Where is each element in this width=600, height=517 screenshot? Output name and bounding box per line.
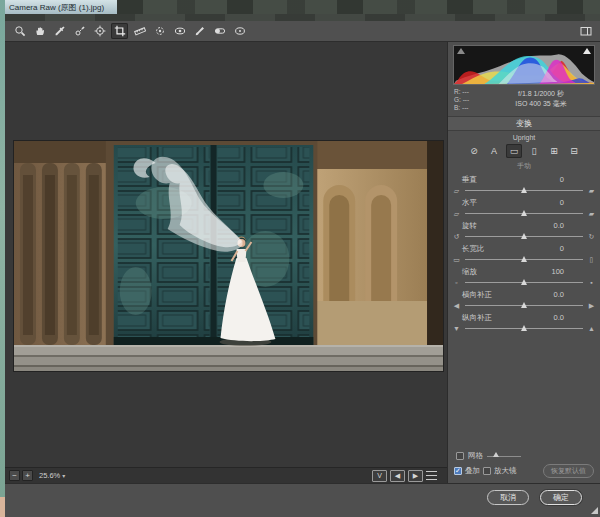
preview-toggle-badge[interactable]: V xyxy=(372,470,387,482)
upright-guided[interactable]: ⊟ xyxy=(566,144,582,158)
toolbar xyxy=(5,21,600,42)
zoom-in-button[interactable]: + xyxy=(22,470,33,481)
slider-label: 长宽比 xyxy=(462,244,485,254)
transform-sliders: 垂直 0 ▱ ▰ 水平 0 ▱ ▰ 旋转 0.0 ↺ xyxy=(448,175,600,336)
manual-section-label: 手动 xyxy=(448,161,600,171)
panel-title: 变换 xyxy=(448,116,600,131)
slider-value: 0.0 xyxy=(554,221,564,231)
x-offset-slider: 横向补正 0.0 ◀ ▶ xyxy=(448,290,600,313)
straighten-tool[interactable] xyxy=(131,23,148,39)
slider-left-icon: ▱ xyxy=(451,186,462,196)
titlebar[interactable]: Camera Raw (原图 (1).jpg) xyxy=(5,0,600,14)
screen: Camera Raw (原图 (1).jpg) xyxy=(0,0,600,517)
camera-raw-dialog: Camera Raw (原图 (1).jpg) xyxy=(5,0,600,517)
slider-left-icon: ↺ xyxy=(451,232,462,242)
eyedropper-icon xyxy=(54,25,66,37)
preview-controls: V ◀ ▶ xyxy=(372,470,443,482)
highlight-clipping-icon[interactable] xyxy=(583,48,591,54)
upright-off[interactable]: ⊘ xyxy=(466,144,482,158)
grid-size-slider[interactable] xyxy=(487,452,521,460)
redeye-icon xyxy=(174,25,186,37)
image-status-bar: − + 25.6% ▾ V ◀ ▶ xyxy=(5,467,447,483)
slider-value: 0 xyxy=(560,244,564,254)
gradient-icon xyxy=(214,25,226,37)
grid-checkbox[interactable] xyxy=(456,452,464,460)
slider-track[interactable] xyxy=(465,278,583,287)
slider-thumb[interactable] xyxy=(521,302,527,308)
resize-grip[interactable] xyxy=(591,507,598,514)
histogram[interactable] xyxy=(453,45,595,85)
radial-filter-tool[interactable] xyxy=(231,23,248,39)
aspect-slider: 长宽比 0 ▭ ▯ xyxy=(448,244,600,267)
upright-level[interactable]: ▭ xyxy=(506,144,522,158)
slider-track[interactable] xyxy=(465,301,583,310)
slider-track[interactable] xyxy=(465,186,583,195)
slider-label: 水平 xyxy=(462,198,477,208)
dialog-content: − + 25.6% ▾ V ◀ ▶ xyxy=(5,42,600,483)
upright-auto[interactable]: A xyxy=(486,144,502,158)
overlay-checkbox[interactable]: ✓ xyxy=(454,467,462,475)
slider-track[interactable] xyxy=(465,324,583,333)
targeted-adjustment-tool[interactable] xyxy=(91,23,108,39)
straighten-icon xyxy=(134,25,146,37)
crop-tool[interactable] xyxy=(111,23,128,39)
capture-settings: f/1.8 1/2000 秒 ISO 400 35 毫米 xyxy=(488,88,594,112)
grid-size-thumb[interactable] xyxy=(493,452,499,457)
y-offset-slider: 纵向补正 0.0 ▼ ▲ xyxy=(448,313,600,336)
zoom-out-button[interactable]: − xyxy=(9,470,20,481)
slider-left-icon: ▼ xyxy=(451,324,462,334)
cancel-button[interactable]: 取消 xyxy=(487,490,529,505)
image-preview-area[interactable]: − + 25.6% ▾ V ◀ ▶ xyxy=(5,42,447,483)
vertical-slider: 垂直 0 ▱ ▰ xyxy=(448,175,600,198)
slider-value: 100 xyxy=(551,267,564,277)
slider-right-icon: ▲ xyxy=(586,324,597,334)
slider-left-icon: ▱ xyxy=(451,209,462,219)
photo-preview xyxy=(14,141,443,371)
overlay-label: 叠加 xyxy=(465,466,480,476)
reset-defaults-button[interactable]: 恢复默认值 xyxy=(543,464,594,478)
ok-button[interactable]: 确定 xyxy=(540,490,582,505)
slider-thumb[interactable] xyxy=(521,187,527,193)
loupe-checkbox[interactable] xyxy=(483,467,491,475)
slider-right-icon: ▯ xyxy=(586,255,597,265)
hand-icon xyxy=(34,25,46,37)
slider-track[interactable] xyxy=(465,209,583,218)
zoom-icon xyxy=(14,25,26,37)
tool-group xyxy=(11,23,248,39)
next-view-button[interactable]: ▶ xyxy=(408,470,423,482)
prev-view-button[interactable]: ◀ xyxy=(390,470,405,482)
red-eye-tool[interactable] xyxy=(171,23,188,39)
chevron-down-icon: ▾ xyxy=(62,472,65,479)
stone-steps xyxy=(14,345,443,371)
slider-thumb[interactable] xyxy=(521,233,527,239)
shadow-clipping-icon[interactable] xyxy=(457,48,465,54)
toggle-panels-icon[interactable] xyxy=(577,23,594,39)
slider-label: 纵向补正 xyxy=(462,313,492,323)
slider-track[interactable] xyxy=(465,255,583,264)
slider-thumb[interactable] xyxy=(521,279,527,285)
hand-tool[interactable] xyxy=(31,23,48,39)
right-stone-wall xyxy=(313,141,443,371)
slider-thumb[interactable] xyxy=(521,256,527,262)
graduated-filter-tool[interactable] xyxy=(211,23,228,39)
upright-mode-group: ⊘A▭▯⊞⊟ xyxy=(448,144,600,158)
adjustment-brush-tool[interactable] xyxy=(191,23,208,39)
white-balance-tool[interactable] xyxy=(51,23,68,39)
preview-menu-icon[interactable] xyxy=(426,471,437,480)
spot-removal-tool[interactable] xyxy=(151,23,168,39)
adjustments-panel: R: --- G: --- B: --- f/1.8 1/2000 秒 ISO … xyxy=(447,42,600,483)
zoom-level-select[interactable]: 25.6% xyxy=(39,471,60,480)
grid-label: 网格 xyxy=(468,451,483,461)
upright-label: Upright xyxy=(448,134,600,141)
slider-left-icon: ▫ xyxy=(451,278,462,288)
slider-thumb[interactable] xyxy=(521,210,527,216)
slider-track[interactable] xyxy=(465,232,583,241)
slider-label: 旋转 xyxy=(462,221,477,231)
panel-spacer xyxy=(448,336,600,449)
zoom-tool[interactable] xyxy=(11,23,28,39)
upright-vertical[interactable]: ▯ xyxy=(526,144,542,158)
color-sampler-tool[interactable] xyxy=(71,23,88,39)
upright-full[interactable]: ⊞ xyxy=(546,144,562,158)
slider-thumb[interactable] xyxy=(521,325,527,331)
slider-value: 0 xyxy=(560,198,564,208)
